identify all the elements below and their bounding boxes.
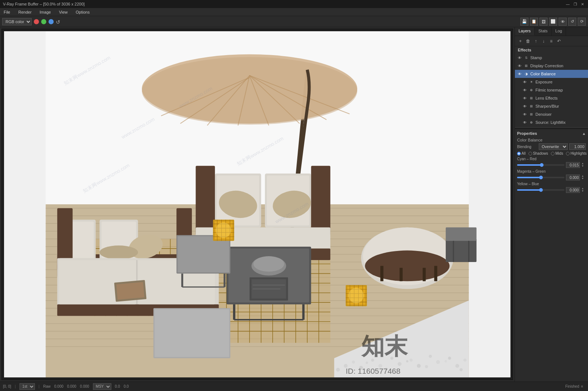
layer-lens-effects[interactable]: 👁 ⊞ Lens Effects bbox=[515, 94, 588, 102]
dn-layer-label: Denoiser bbox=[535, 112, 586, 116]
eye-icon-sb[interactable]: 👁 bbox=[522, 104, 527, 109]
svg-rect-149 bbox=[155, 309, 229, 357]
svg-point-81 bbox=[142, 57, 357, 125]
new-layer-btn[interactable]: + bbox=[517, 38, 524, 44]
blending-value-input[interactable] bbox=[569, 143, 586, 150]
value-r: 0.000 bbox=[54, 384, 63, 388]
channel-select[interactable]: 1st bbox=[19, 383, 35, 390]
eye-icon-ft[interactable]: 👁 bbox=[522, 87, 527, 93]
radio-highlights[interactable]: Highlights bbox=[566, 151, 587, 155]
eye-icon-dc[interactable]: 👁 bbox=[517, 63, 522, 68]
layer-denoiser[interactable]: 👁 ⊞ Denoiser bbox=[515, 110, 588, 118]
magenta-green-fill bbox=[517, 177, 541, 178]
menu-render[interactable]: Render bbox=[17, 9, 33, 15]
tab-stats[interactable]: Stats bbox=[535, 27, 552, 36]
close-button[interactable]: ✕ bbox=[580, 1, 585, 7]
eye-icon-lm[interactable]: 👁 bbox=[522, 120, 527, 125]
eye-icon-dn[interactable]: 👁 bbox=[522, 112, 527, 117]
layers-list[interactable]: 👁 S Stamp 👁 ⊞ Display Correction 👁 ◑ Col… bbox=[515, 54, 588, 381]
copy-icon[interactable]: 📋 bbox=[530, 18, 538, 26]
region-icon[interactable]: ⬜ bbox=[549, 18, 557, 26]
cyan-red-spinner[interactable]: ▲ ▼ bbox=[581, 162, 586, 168]
colorspace-select[interactable]: MSY RGB HSV bbox=[93, 383, 111, 390]
radio-all[interactable]: All bbox=[517, 151, 526, 155]
layer-lightmix[interactable]: 👁 ⊕ Source: LightMix bbox=[515, 118, 588, 126]
red-channel-dot[interactable] bbox=[34, 19, 39, 24]
yellow-blue-spin-up[interactable]: ▲ bbox=[581, 187, 586, 190]
image-icon[interactable]: 🖼 bbox=[539, 18, 548, 26]
svg-rect-126 bbox=[423, 268, 426, 281]
cyan-red-spin-up[interactable]: ▲ bbox=[581, 162, 586, 165]
magenta-green-spinner[interactable]: ▲ ▼ bbox=[581, 175, 586, 180]
yellow-blue-thumb[interactable] bbox=[539, 188, 543, 192]
tab-layers[interactable]: Layers bbox=[515, 27, 535, 36]
magenta-green-spin-up[interactable]: ▲ bbox=[581, 175, 586, 177]
eye-icon-exp[interactable]: 👁 bbox=[522, 79, 527, 85]
exp-layer-label: Exposure bbox=[535, 80, 586, 84]
magenta-green-thumb[interactable] bbox=[539, 176, 543, 179]
export-btn[interactable]: ↑ bbox=[533, 38, 539, 44]
lm-layer-label: Source: LightMix bbox=[535, 120, 586, 125]
magenta-green-value-input[interactable] bbox=[566, 175, 580, 180]
green-channel-dot[interactable] bbox=[41, 19, 46, 24]
dc-layer-icon: ⊞ bbox=[524, 63, 529, 68]
cyan-red-value-input[interactable] bbox=[566, 162, 580, 168]
panel-tabs: Layers Stats Log bbox=[515, 27, 588, 36]
svg-point-32 bbox=[429, 355, 432, 358]
extra-val-2: 0.0 bbox=[123, 384, 129, 388]
radio-dot-mids bbox=[551, 152, 555, 155]
menu-file[interactable]: File bbox=[2, 9, 12, 15]
magenta-green-spin-down[interactable]: ▼ bbox=[581, 177, 586, 180]
radio-mids[interactable]: Mids bbox=[551, 151, 563, 155]
yellow-blue-spinner[interactable]: ▲ ▼ bbox=[581, 187, 586, 193]
cyan-red-slider-row: ▲ ▼ bbox=[517, 162, 586, 168]
magenta-green-track[interactable] bbox=[517, 177, 564, 178]
layer-sharpen-blur[interactable]: 👁 ⊞ Sharpen/Blur bbox=[515, 102, 588, 110]
maximize-button[interactable]: ❐ bbox=[573, 1, 578, 7]
yellow-blue-track[interactable] bbox=[517, 189, 564, 191]
yellow-blue-value-input[interactable] bbox=[566, 187, 580, 193]
svg-text:ID: 1160577468: ID: 1160577468 bbox=[346, 367, 401, 375]
save-icon[interactable]: 💾 bbox=[520, 18, 528, 26]
layer-color-balance[interactable]: 👁 ◑ Color Balance bbox=[515, 70, 588, 78]
layer-stamp[interactable]: 👁 S Stamp bbox=[515, 54, 588, 62]
svg-rect-129 bbox=[446, 227, 477, 241]
properties-expand-btn[interactable]: ▲ bbox=[582, 132, 586, 136]
layer-display-correction[interactable]: 👁 ⊞ Display Correction bbox=[515, 62, 588, 70]
radio-shadows[interactable]: Shadows bbox=[528, 151, 548, 155]
menu-image[interactable]: Image bbox=[38, 9, 53, 15]
view-icon[interactable]: 👁 bbox=[559, 18, 567, 26]
yellow-blue-spin-down[interactable]: ▼ bbox=[581, 190, 586, 192]
minimize-button[interactable]: — bbox=[565, 1, 570, 7]
delete-layer-btn[interactable]: 🗑 bbox=[525, 38, 531, 44]
undo-panel-btn[interactable]: ↶ bbox=[556, 38, 562, 44]
cyan-red-spin-down[interactable]: ▼ bbox=[581, 165, 586, 167]
menubar: File Render Image View Options bbox=[0, 8, 588, 16]
eye-icon-le[interactable]: 👁 bbox=[522, 96, 527, 101]
channel-dropdown[interactable]: RGB color bbox=[2, 18, 32, 25]
sb-layer-label: Sharpen/Blur bbox=[535, 104, 586, 108]
render-viewport[interactable]: 知末网www.znzmo.com www.znzmo.com 知末网www.zn… bbox=[1, 29, 513, 380]
menu-view[interactable]: View bbox=[57, 9, 69, 15]
cyan-red-thumb[interactable] bbox=[540, 163, 544, 167]
eye-icon-stamp[interactable]: 👁 bbox=[517, 55, 522, 60]
menu-options[interactable]: Options bbox=[74, 9, 91, 15]
svg-rect-110 bbox=[116, 282, 144, 299]
window-controls[interactable]: — ❐ ✕ bbox=[565, 1, 585, 7]
tab-log[interactable]: Log bbox=[552, 27, 566, 36]
status-menu-btn[interactable]: ≡ bbox=[579, 384, 585, 390]
import-btn[interactable]: ↓ bbox=[540, 38, 547, 44]
undo-icon[interactable]: ↺ bbox=[568, 18, 576, 26]
cyan-red-track[interactable] bbox=[517, 164, 564, 166]
radio-label-all: All bbox=[521, 151, 526, 155]
list-btn[interactable]: ≡ bbox=[548, 38, 555, 44]
redo-icon[interactable]: ⟳ bbox=[578, 18, 586, 26]
blending-mode-select[interactable]: Overwrite Normal Add bbox=[539, 143, 568, 150]
layer-filmic-tonemap[interactable]: 👁 ⊕ Filmic tonemap bbox=[515, 86, 588, 94]
radio-label-mids: Mids bbox=[555, 151, 563, 155]
refresh-icon[interactable]: ↺ bbox=[56, 19, 61, 24]
eye-icon-cb[interactable]: 👁 bbox=[517, 71, 522, 76]
radio-dot-shadows bbox=[528, 152, 532, 155]
layer-exposure[interactable]: 👁 ☀ Exposure bbox=[515, 78, 588, 86]
blue-channel-dot[interactable] bbox=[49, 19, 54, 24]
